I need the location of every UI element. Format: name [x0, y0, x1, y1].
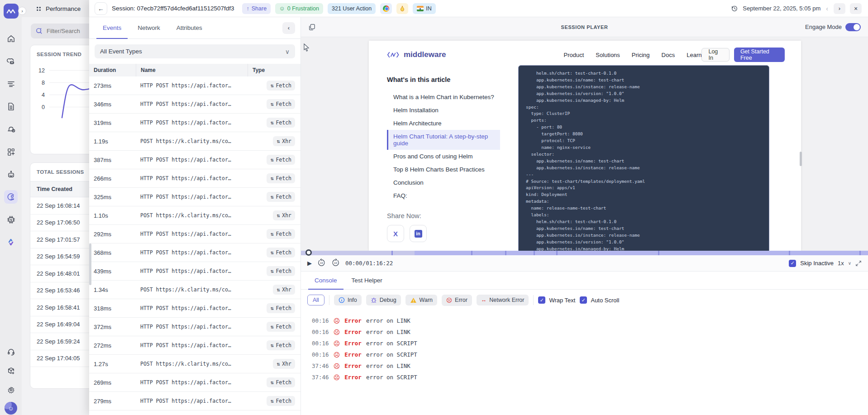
skip-inactive-checkbox[interactable]: ✓	[789, 260, 796, 267]
site-brand[interactable]: middleware	[387, 50, 446, 59]
time-created-column-header[interactable]: Time Created	[30, 181, 90, 197]
site-nav-link[interactable]: Learn	[687, 52, 701, 58]
sidebar-item-apm[interactable]	[4, 213, 18, 226]
event-type-dropdown[interactable]: All Event Types ∨	[95, 44, 295, 58]
share-button[interactable]: ↑ Share	[242, 3, 271, 14]
event-row[interactable]: 372ms HTTP POST https://api.factor… ⇅Fet…	[89, 318, 300, 336]
filter-warn-chip[interactable]: Warn	[405, 295, 437, 305]
engage-mode-toggle[interactable]	[845, 23, 861, 31]
next-session-button[interactable]: ›	[834, 3, 845, 14]
session-row[interactable]: 22 Sep 17:01:57	[30, 231, 90, 248]
playback-speed-selector[interactable]: 1x	[838, 260, 844, 267]
wrap-text-checkbox[interactable]: ✓	[538, 296, 545, 304]
rewind-10-button[interactable]: 10	[317, 258, 326, 268]
wrap-text-option[interactable]: ✓ Wrap Text	[538, 296, 575, 304]
site-nav-link[interactable]: Pricing	[632, 52, 650, 58]
console-log-row[interactable]: 00:16 ☹ Error error on LINK	[312, 326, 868, 338]
toc-item-active[interactable]: Helm Chart Tutorial: A step-by-step guid…	[387, 130, 500, 150]
expand-fullscreen-icon[interactable]	[855, 260, 862, 267]
sidebar-item-support[interactable]	[4, 345, 18, 358]
event-row[interactable]: 273ms HTTP POST https://api.factor… ⇅Fet…	[89, 76, 300, 95]
console-log-row[interactable]: 00:16 ☹ Error error on SCRIPT	[312, 349, 868, 360]
share-linkedin-button[interactable]: in	[410, 225, 427, 242]
sidebar-item-assistant[interactable]	[4, 167, 18, 181]
session-row[interactable]: 22 Sep 16:58:41	[30, 299, 90, 316]
forward-10-button[interactable]: 10	[331, 258, 340, 268]
events-scrollbar[interactable]	[89, 243, 91, 285]
tab-network[interactable]: Network	[129, 17, 168, 38]
back-button[interactable]: ←	[95, 2, 107, 15]
sidebar-expand-button[interactable]: ›	[18, 7, 26, 15]
event-row[interactable]: 319ms HTTP POST https://api.factor… ⇅Fet…	[89, 114, 300, 132]
toc-item[interactable]: FAQ:	[387, 189, 500, 202]
filter-error-chip[interactable]: ☹ Error	[442, 295, 472, 306]
sidebar-item-settings[interactable]	[4, 383, 18, 396]
session-row[interactable]: 22 Sep 17:04:05	[30, 350, 90, 367]
console-log-row[interactable]: 37:46 ☹ Error error on SCRIPT	[312, 372, 868, 383]
sidebar-item-ai[interactable]	[4, 235, 18, 249]
site-nav-link[interactable]: Docs	[662, 52, 675, 58]
filter-search-input[interactable]	[47, 28, 87, 34]
event-row[interactable]: 439ms HTTP POST https://api.factor… ⇅Fet…	[89, 262, 300, 281]
progress-scrubber[interactable]	[305, 249, 312, 256]
session-row[interactable]: 22 Sep 16:59:24	[30, 333, 90, 350]
event-row[interactable]: 1.10s POST https://k.clarity.ms/co… ⇅Xhr	[89, 206, 300, 225]
collapse-panel-button[interactable]: ‹	[282, 22, 295, 34]
tab-test-helper[interactable]: Test Helper	[344, 272, 390, 289]
filter-search-box[interactable]	[31, 24, 90, 38]
event-row[interactable]: 325ms HTTP POST https://api.factor… ⇅Fet…	[89, 188, 300, 206]
session-row[interactable]: 22 Sep 16:54:59	[30, 248, 90, 266]
auto-scroll-option[interactable]: ✓ Auto Scroll	[580, 296, 619, 304]
event-row[interactable]: 279ms HTTP POST https://api.factor… ⇅Fet…	[89, 392, 300, 410]
console-log-row[interactable]: 37:46 ☹ Error error on LINK	[312, 360, 868, 372]
site-nav-link[interactable]: Solutions	[596, 52, 620, 58]
sidebar-item-reports[interactable]	[4, 100, 18, 113]
event-row[interactable]: 1.34s POST https://k.clarity.ms/co… ⇅Xhr	[89, 281, 300, 299]
console-log-row[interactable]: 00:16 ☹ Error error on SCRIPT	[312, 338, 868, 349]
session-row[interactable]: 22 Sep 16:53:46	[30, 282, 90, 300]
event-row[interactable]: 1.27s POST https://k.clarity.ms/co… ⇅Xhr	[89, 355, 300, 373]
session-row[interactable]: 22 Sep 17:06:50	[30, 215, 90, 232]
get-started-button[interactable]: Get Started Free	[734, 48, 785, 62]
sidebar-item-home[interactable]	[4, 32, 18, 45]
site-nav-link[interactable]: Product	[564, 52, 584, 58]
tab-console[interactable]: Console	[307, 272, 344, 289]
tab-attributes[interactable]: Attributes	[168, 17, 210, 38]
chevron-down-icon[interactable]: ∨	[848, 261, 851, 266]
event-row[interactable]: 387ms HTTP POST https://api.factor… ⇅Fet…	[89, 151, 300, 169]
toc-item[interactable]: Helm Installation	[387, 104, 500, 117]
filter-info-chip[interactable]: Info	[334, 295, 362, 305]
sidebar-item-infra[interactable]	[4, 54, 18, 68]
sidebar-item-logs[interactable]	[4, 77, 18, 91]
sidebar-item-integrations[interactable]	[4, 364, 18, 377]
share-x-button[interactable]: X	[387, 225, 404, 242]
toc-item[interactable]: What is a Helm Chart in Kubernetes?	[387, 91, 500, 104]
toc-item[interactable]: Pros and Cons of using Helm	[387, 150, 500, 163]
event-row[interactable]: 269ms HTTP POST https://api.factor… ⇅Fet…	[89, 373, 300, 392]
sidebar-item-alerts[interactable]	[4, 122, 18, 136]
session-row[interactable]: 22 Sep 16:08:14	[30, 197, 90, 215]
session-row[interactable]: 22 Sep 16:48:01	[30, 265, 90, 282]
user-avatar[interactable]: ☺	[5, 402, 17, 415]
event-row[interactable]: 1.19s POST https://k.clarity.ms/co… ⇅Xhr	[89, 132, 300, 151]
toc-item[interactable]: Helm Architecture	[387, 117, 500, 130]
previous-session-button[interactable]: ‹	[825, 5, 829, 12]
toc-item[interactable]: Conclusion	[387, 176, 500, 189]
event-row[interactable]: 346ms HTTP POST https://api.factor… ⇅Fet…	[89, 95, 300, 114]
login-button[interactable]: Log In	[701, 48, 729, 62]
event-row[interactable]: 318ms HTTP POST https://api.factor… ⇅Fet…	[89, 299, 300, 318]
tab-events[interactable]: Events	[95, 17, 129, 38]
filter-debug-chip[interactable]: Debug	[366, 295, 401, 305]
play-button[interactable]: ▶	[307, 260, 312, 267]
filter-network-error-chip[interactable]: ↔ Network Error	[477, 295, 529, 305]
close-button[interactable]: ×	[850, 3, 862, 14]
auto-scroll-checkbox[interactable]: ✓	[580, 296, 587, 304]
filter-all-chip[interactable]: All	[307, 295, 324, 305]
toc-item[interactable]: Top 8 Helm Charts Best Practices	[387, 163, 500, 176]
sidebar-item-dashboards[interactable]	[4, 145, 18, 158]
event-row[interactable]: 266ms HTTP POST https://api.factor… ⇅Fet…	[89, 169, 300, 188]
sidebar-item-session-replay[interactable]	[4, 190, 18, 204]
event-row[interactable]: 368ms HTTP POST https://api.factor… ⇅Fet…	[89, 243, 300, 262]
middleware-logo[interactable]	[4, 4, 19, 19]
playback-progress-bar[interactable]	[301, 251, 868, 255]
